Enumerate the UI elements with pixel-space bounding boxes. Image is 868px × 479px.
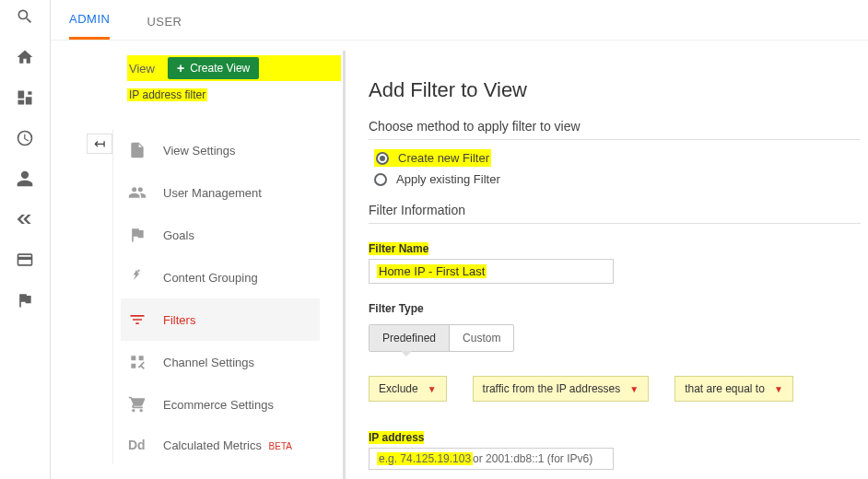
card-icon[interactable] xyxy=(16,251,34,269)
nav-label: Ecommerce Settings xyxy=(163,398,274,412)
people-icon xyxy=(128,183,147,202)
ip-address-input[interactable]: e.g. 74.125.19.103 or 2001:db8::1 (for I… xyxy=(369,448,614,470)
view-subtitle: IP address filter xyxy=(127,88,341,101)
seg-predefined[interactable]: Predefined xyxy=(369,325,449,351)
filter-type-segmented: Predefined Custom xyxy=(369,324,514,352)
nav-user-management[interactable]: User Management xyxy=(121,171,320,214)
caret-down-icon: ▼ xyxy=(774,384,783,394)
filter-name-input[interactable]: Home IP - First Last xyxy=(369,259,614,284)
view-label: View xyxy=(129,62,155,76)
conversions-icon[interactable] xyxy=(16,210,34,228)
plus-icon: + xyxy=(177,62,184,75)
main-panel: Add Filter to View Choose method to appl… xyxy=(350,51,861,470)
beta-badge: BETA xyxy=(269,441,292,451)
dd-exclude[interactable]: Exclude▼ xyxy=(369,376,447,402)
caret-down-icon: ▼ xyxy=(428,384,437,394)
seg-custom[interactable]: Custom xyxy=(449,325,513,351)
radio-create-new[interactable]: Create new Filter xyxy=(374,149,861,167)
filter-name-label: Filter Name xyxy=(369,242,428,255)
tab-user[interactable]: USER xyxy=(147,4,182,40)
nav-filters[interactable]: Filters xyxy=(121,298,320,341)
filter-type-label: Filter Type xyxy=(369,302,424,315)
nav-label: Calculated Metrics BETA xyxy=(163,438,292,452)
top-tabs: ADMIN USER xyxy=(51,0,868,41)
nav-label: Goals xyxy=(163,228,194,242)
left-panel: View + Create View IP address filter ↤ V… xyxy=(92,55,341,101)
divider xyxy=(369,223,861,224)
dd-traffic[interactable]: traffic from the IP addresses▼ xyxy=(473,376,650,402)
tab-admin[interactable]: ADMIN xyxy=(69,1,110,40)
nav-label: Filters xyxy=(163,313,195,327)
view-header: View + Create View xyxy=(127,55,341,81)
home-icon[interactable] xyxy=(16,48,34,66)
divider xyxy=(369,139,861,140)
radio-icon xyxy=(376,152,389,165)
placeholder: e.g. 74.125.19.103 xyxy=(377,452,473,465)
caret-down-icon: ▼ xyxy=(629,384,639,394)
radio-apply-existing[interactable]: Apply existing Filter xyxy=(374,172,861,186)
nav-ecommerce-settings[interactable]: Ecommerce Settings xyxy=(121,383,320,426)
nav-label: User Management xyxy=(163,186,262,200)
create-view-label: Create View xyxy=(190,62,250,75)
radio-label: Create new Filter xyxy=(398,151,489,165)
icon-rail xyxy=(0,0,51,479)
nav-goals[interactable]: Goals xyxy=(121,214,320,256)
cart-icon xyxy=(128,395,147,414)
search-icon[interactable] xyxy=(16,7,34,26)
dd-equal[interactable]: that are equal to▼ xyxy=(674,376,793,402)
placeholder: or 2001:db8::1 (for IPv6) xyxy=(473,452,592,465)
dd-icon: Dd xyxy=(128,438,147,452)
divider xyxy=(343,51,346,479)
method-label: Choose method to apply filter to view xyxy=(369,119,861,134)
filter-info-heading: Filter Information xyxy=(369,203,861,217)
back-button[interactable]: ↤ xyxy=(87,134,112,154)
nav-label: Content Grouping xyxy=(163,271,258,285)
funnel-icon xyxy=(128,310,147,329)
nav-calculated-metrics[interactable]: Dd Calculated Metrics BETA xyxy=(121,426,320,464)
group-icon xyxy=(128,268,147,286)
nav-label: Channel Settings xyxy=(163,356,254,369)
nav-channel-settings[interactable]: Channel Settings xyxy=(121,341,320,383)
flag-icon xyxy=(128,226,147,244)
clock-icon[interactable] xyxy=(16,129,34,147)
doc-icon xyxy=(128,141,147,159)
filter-dropdowns: Exclude▼ traffic from the IP addresses▼ … xyxy=(369,376,861,402)
settings-nav: View Settings User Management Goals Cont… xyxy=(112,129,320,464)
page-title: Add Filter to View xyxy=(369,78,861,102)
nav-content-grouping[interactable]: Content Grouping xyxy=(121,256,320,298)
dashboard-icon[interactable] xyxy=(16,88,34,107)
flag-icon[interactable] xyxy=(16,291,34,310)
channel-icon xyxy=(128,353,147,371)
nav-view-settings[interactable]: View Settings xyxy=(121,129,320,171)
radio-icon xyxy=(374,173,387,186)
nav-label: View Settings xyxy=(163,144,236,158)
ip-address-label: IP address xyxy=(369,431,424,444)
person-icon[interactable] xyxy=(16,169,34,188)
radio-label: Apply existing Filter xyxy=(396,172,500,186)
create-view-button[interactable]: + Create View xyxy=(168,57,259,79)
